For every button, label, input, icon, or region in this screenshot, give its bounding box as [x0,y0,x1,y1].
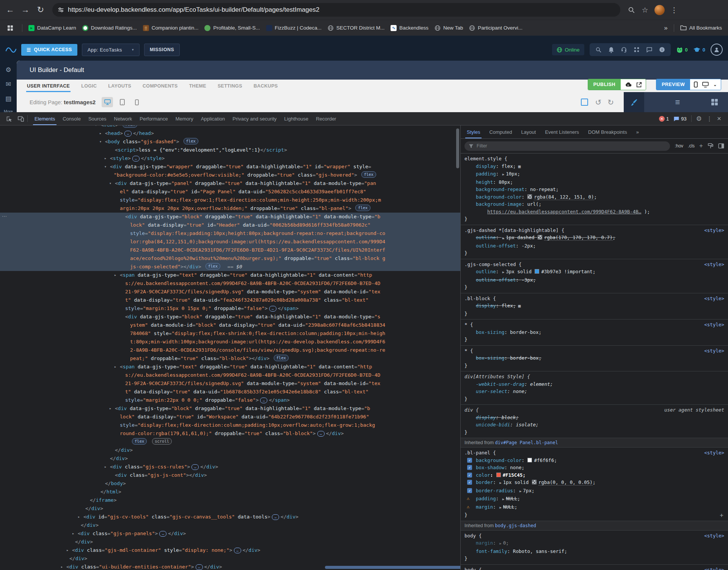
expand-inline-icon[interactable]: … [317,431,325,437]
expand-arrow-icon[interactable]: ▸ [104,463,107,471]
tree-line[interactable]: t:80px;min-width:100px;background-image:… [0,338,460,346]
css-declaration[interactable]: ✓border-radius: ▶7px; [464,487,724,495]
blocks-grid-icon[interactable] [711,99,718,106]
expand-inline-icon[interactable]: … [269,306,276,312]
back-button[interactable]: ← [4,3,17,16]
tree-line[interactable]: style="display:flex;padding:10px;height:… [0,229,460,238]
css-declaration[interactable]: ✓color: #F15C45; [464,471,724,479]
error-counter[interactable]: ✕1 [659,116,669,122]
bookmark-item[interactable]: ∿Backendless [391,25,428,31]
expand-inline-icon[interactable]: … [234,548,241,553]
expand-value-arrow[interactable]: ▶ [502,270,504,274]
builder-tab-theme[interactable]: THEME [189,80,206,92]
tree-line[interactable]: 784068" style="display:flex;flex-shrink:… [0,329,460,338]
device-toolbar-icon[interactable] [15,114,27,124]
expand-value-arrow[interactable]: ▶ [519,489,521,493]
tree-line[interactable]: ▾<div data-gjs-type="wrapper" draggable=… [0,163,460,171]
tree-line[interactable]: ▸<head>…</head> [0,129,460,138]
preview-chevron-icon[interactable]: ⌄ [713,82,717,87]
tree-line[interactable]: 21-9F2A-9C0C2AF3373C/files/signedUp.svg"… [0,288,460,296]
expand-arrow-icon[interactable]: ▸ [104,154,107,163]
inherited-node-link[interactable]: div#Page Panel.bl-panel [495,440,558,445]
color-swatch[interactable] [532,480,537,484]
tree-line[interactable]: lor:rgba(84,122,151,0);background-image:… [0,238,460,246]
expand-inline-icon[interactable]: … [272,514,279,520]
expand-inline-icon[interactable]: … [191,464,199,470]
css-declaration[interactable]: background-image: url(; [464,200,724,208]
bookmark-item[interactable]: ▸DataCamp Learn [28,25,76,31]
preview-phone-icon[interactable] [694,81,698,88]
tree-line[interactable]: argin:20px 20px 20px 20px;overflow:hidde… [0,204,460,213]
property-checkbox[interactable]: ✓ [467,465,472,470]
rule-origin-link[interactable]: <style> [704,566,724,570]
tree-line[interactable]: 21-9F2A-9C0C2AF3373C/files/signedUp.svg"… [0,379,460,388]
tablet-view-button[interactable] [116,97,128,107]
tree-line[interactable]: </div> [0,454,460,463]
settings-gear-icon[interactable]: ⚙ [5,66,11,74]
tree-line[interactable]: ▸<div data-gjs-type="block" draggable="t… [0,404,460,413]
expand-inline-icon[interactable]: … [196,564,203,570]
bookmark-item[interactable]: FizzBuzz | Codeca... [266,25,322,31]
css-rule[interactable]: .gjs-dashed *[data-highlightable] {<styl… [461,225,728,259]
css-rule[interactable]: .bl-panel {<style>✓background-color: #f6… [461,448,728,521]
all-bookmarks-button[interactable]: All Bookmarks [680,25,722,31]
rule-origin-link[interactable]: <style> [704,347,724,355]
css-declaration[interactable]: ✓background-color: #f6f6f6; [464,457,724,464]
publish-cloud-icon[interactable] [624,82,632,87]
tree-line[interactable]: ▾<div data-gjs-type="panel" draggable="t… [0,179,460,188]
tree-line[interactable]: s://eu.backendlessappcontent.com/999D4F6… [0,279,460,288]
expand-value-arrow[interactable]: ▶ [499,481,501,485]
tree-line[interactable]: ▸<div class="gjs-css-rules">…</div> [0,463,460,471]
color-swatch[interactable] [496,473,501,477]
tree-line[interactable]: </body> [0,479,460,488]
color-swatch[interactable] [535,269,539,274]
styles-filter-input[interactable]: Filter [464,141,670,151]
inherited-node-link[interactable]: body.gjs-dashed [495,523,536,528]
builder-tab-layouts[interactable]: LAYOUTS [108,80,131,92]
property-checkbox[interactable]: ✓ [467,480,472,485]
tree-line[interactable]: F62-8A9B-4BFB-A20C-0CDEA2931FD6/7F2FE6D0… [0,246,460,254]
rule-origin-link[interactable]: <style> [704,261,724,268]
coins-counter[interactable]: 0 [676,47,688,53]
preview-button[interactable]: PREVIEW ⌄ [656,79,721,90]
zoom-icon[interactable] [626,4,637,16]
devtools-settings-icon[interactable]: ⚙ [696,115,702,123]
backendless-logo-icon[interactable] [5,45,17,54]
tree-line[interactable]: s://eu.backendlessappcontent.com/999D4F6… [0,371,460,379]
rule-origin-link[interactable]: <style> [704,321,724,329]
app-select-dropdown[interactable]: App: EcoTasks ▾ [82,44,140,56]
phone-view-button[interactable] [131,97,143,107]
scroll-badge[interactable]: scroll [152,438,172,445]
rule-origin-link[interactable]: <style> [704,449,724,457]
integrations-icon[interactable] [634,47,640,53]
devtools-menu-icon[interactable]: ⋮ [706,115,712,122]
css-rule[interactable]: body {<style>} [461,565,728,570]
url-bar[interactable]: https://eu-develop.backendless.com/app/E… [52,3,620,17]
chat-icon[interactable] [646,47,653,53]
issues-counter[interactable]: 93 [673,116,686,122]
bookmark-item[interactable]: SECTOR District M... [328,25,384,31]
expand-arrow-icon[interactable]: ▸ [61,563,63,570]
css-rule[interactable]: * {<style>box-sizing: border-box;} [461,319,728,346]
flex-badge[interactable]: flex [184,138,198,144]
rendering-emulation-icon[interactable] [708,143,714,149]
tree-line[interactable]: style="margin:22px 0 0 0;" droppable="fa… [0,396,460,404]
collapse-arrow-icon[interactable]: ▾ [99,138,102,146]
css-declaration[interactable]: font-family: Roboto, sans-serif; [464,548,724,555]
bookmark-item[interactable]: Participant Overvi... [469,25,522,31]
tree-line[interactable]: ▸<div class="gjs-pn-panels">…</div> [0,529,460,538]
flex-badge[interactable]: flex [361,171,376,178]
add-property-icon[interactable]: + [720,512,723,519]
css-declaration[interactable]: outline: ▶3px solid #3b97e3 !important; [464,268,724,276]
devtools-tab-network[interactable]: Network [110,112,136,125]
tree-line[interactable]: peat;" droppable="true" class="bl-block"… [0,354,460,363]
headset-icon[interactable] [621,47,627,53]
flex-badge[interactable]: flex [132,438,147,445]
tree-line[interactable]: </iframe> [0,496,460,504]
expand-inline-icon[interactable]: … [124,131,132,136]
tree-line[interactable]: ▸<span data-gjs-type="text" draggable="t… [0,271,460,279]
tree-line[interactable]: t" data-display="true" data-uid="fea246f… [0,296,460,304]
styles-tabs-overflow-icon[interactable]: » [632,125,643,138]
css-declaration[interactable]: margin: ▶0; [464,539,724,548]
training-counter[interactable]: 0 [693,47,705,53]
